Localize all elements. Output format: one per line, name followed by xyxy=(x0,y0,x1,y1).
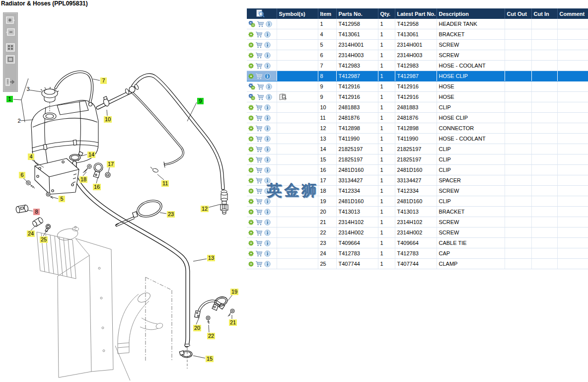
gear-icon[interactable] xyxy=(248,251,254,256)
info-icon[interactable] xyxy=(264,250,271,257)
table-row[interactable]: 222314H00212314H002SCREW xyxy=(247,228,588,238)
gear-icon[interactable] xyxy=(248,240,254,246)
add-to-cart-icon[interactable] xyxy=(255,156,263,163)
add-to-cart-icon[interactable] xyxy=(255,104,263,111)
column-header-description[interactable]: Description xyxy=(437,8,505,19)
add-to-cart-icon[interactable] xyxy=(255,198,263,205)
info-icon[interactable] xyxy=(264,104,271,111)
gear-icon[interactable] xyxy=(248,105,254,110)
callout-9[interactable]: 9 xyxy=(197,98,204,104)
add-to-cart-icon[interactable] xyxy=(255,209,263,215)
info-icon[interactable] xyxy=(264,167,271,173)
gear-icon[interactable] xyxy=(248,147,254,152)
callout-3[interactable]: 3 xyxy=(25,86,31,92)
info-icon[interactable] xyxy=(266,83,272,90)
callout-20[interactable]: 20 xyxy=(193,325,201,331)
gear-icon[interactable] xyxy=(248,136,254,142)
find-in-illustration-icon[interactable] xyxy=(256,9,265,18)
gear-icon[interactable] xyxy=(248,157,254,162)
add-to-cart-icon[interactable] xyxy=(255,31,263,38)
info-icon[interactable] xyxy=(264,136,271,142)
column-header-parts-no-[interactable]: Parts No. xyxy=(336,8,378,19)
add-to-cart-icon[interactable] xyxy=(255,167,263,173)
add-to-cart-icon[interactable] xyxy=(255,146,263,153)
callout-10[interactable]: 10 xyxy=(104,116,112,123)
table-row[interactable]: 212314H10212314H102SCREW xyxy=(247,217,588,228)
gears-icon[interactable] xyxy=(248,94,255,100)
table-row[interactable]: 1421825197121825197CLIP xyxy=(247,144,588,154)
info-icon[interactable] xyxy=(264,188,271,194)
info-icon[interactable] xyxy=(264,146,271,153)
table-row[interactable]: 1521825197121825197CLIP xyxy=(247,154,588,165)
table-row[interactable]: 13T4119901T411990HOSE - COOLANT xyxy=(247,134,588,144)
table-row[interactable]: 10248188312481883CLIP xyxy=(247,102,588,113)
table-row[interactable]: 192481D16012481D160CLIP xyxy=(247,196,588,207)
gear-icon[interactable] xyxy=(248,126,254,131)
column-header-icons[interactable] xyxy=(247,8,277,19)
info-icon[interactable] xyxy=(264,177,271,184)
column-header-comment[interactable]: Comment xyxy=(557,8,588,19)
gears-icon[interactable] xyxy=(248,83,255,90)
info-icon[interactable] xyxy=(264,52,271,59)
gear-icon[interactable] xyxy=(248,53,254,58)
callout-4[interactable]: 4 xyxy=(28,153,34,160)
add-to-cart-icon[interactable] xyxy=(255,125,263,132)
column-header-cut-out[interactable]: Cut Out xyxy=(505,8,531,19)
gear-icon[interactable] xyxy=(248,32,254,37)
callout-18[interactable]: 18 xyxy=(79,176,87,183)
callout-5[interactable]: 5 xyxy=(59,196,65,202)
gear-icon[interactable] xyxy=(248,209,254,215)
add-to-cart-icon[interactable] xyxy=(257,94,264,100)
gear-icon[interactable] xyxy=(248,63,254,69)
table-row[interactable]: 12T4128981T412898CONNECTOR xyxy=(247,123,588,134)
callout-15[interactable]: 15 xyxy=(206,356,214,362)
callout-12[interactable]: 12 xyxy=(201,206,209,212)
info-icon[interactable] xyxy=(266,94,272,100)
add-to-cart-icon[interactable] xyxy=(255,177,263,184)
table-row[interactable]: 7T4129831T412983HOSE - COOLANT xyxy=(247,61,588,71)
info-icon[interactable] xyxy=(264,115,271,121)
callout-25[interactable]: 25 xyxy=(40,236,48,243)
table-row[interactable]: 162481D16012481D160CLIP xyxy=(247,165,588,175)
column-header-item[interactable]: Item xyxy=(318,8,336,19)
add-to-cart-icon[interactable] xyxy=(255,63,263,69)
table-row[interactable]: 1733134427133134427SPACER xyxy=(247,175,588,186)
info-icon[interactable] xyxy=(264,31,271,38)
gear-icon[interactable] xyxy=(248,178,254,183)
info-icon[interactable] xyxy=(264,261,271,267)
callout-7[interactable]: 7 xyxy=(100,77,107,84)
callout-16[interactable]: 16 xyxy=(93,184,101,190)
table-row[interactable]: 9T4129161T412916HOSE xyxy=(247,92,588,102)
table-row[interactable]: 20T4130131T413013BRACKET xyxy=(247,207,588,217)
table-row[interactable]: 4T4130611T413061BRACKET xyxy=(247,29,588,40)
gear-icon[interactable] xyxy=(248,74,254,79)
add-to-cart-icon[interactable] xyxy=(255,219,263,226)
add-to-cart-icon[interactable] xyxy=(255,73,263,79)
table-row[interactable]: 9T4129161T412916HOSE xyxy=(247,81,588,92)
info-icon[interactable] xyxy=(264,219,271,226)
symbol-book-icon[interactable] xyxy=(279,93,287,100)
callout-24[interactable]: 24 xyxy=(27,230,35,237)
gear-icon[interactable] xyxy=(248,261,254,267)
callout-2[interactable]: 2 xyxy=(16,118,22,124)
table-row[interactable]: 11248187612481876HOSE CLIP xyxy=(247,113,588,123)
info-icon[interactable] xyxy=(264,63,271,69)
gear-icon[interactable] xyxy=(248,188,254,194)
add-to-cart-icon[interactable] xyxy=(255,261,263,267)
table-row[interactable]: 25T4077441T407744CLAMP xyxy=(247,259,588,269)
info-icon[interactable] xyxy=(264,209,271,215)
callout-6[interactable]: 6 xyxy=(19,172,25,178)
add-to-cart-icon[interactable] xyxy=(255,42,263,48)
callout-13[interactable]: 13 xyxy=(207,255,215,261)
add-to-cart-icon[interactable] xyxy=(255,229,263,236)
table-row[interactable]: 62314H00312314H003SCREW xyxy=(247,50,588,61)
callout-22[interactable]: 22 xyxy=(207,333,215,339)
table-row[interactable]: 1T4129581T412958HEADER TANK xyxy=(247,19,588,29)
gear-icon[interactable] xyxy=(248,220,254,225)
gear-icon[interactable] xyxy=(248,230,254,235)
callout-8[interactable]: 8 xyxy=(33,209,40,215)
callout-21[interactable]: 21 xyxy=(229,319,237,326)
add-to-cart-icon[interactable] xyxy=(255,250,263,257)
column-header-symbol-s-[interactable]: Symbol(s) xyxy=(277,8,318,19)
add-to-cart-icon[interactable] xyxy=(257,83,264,90)
